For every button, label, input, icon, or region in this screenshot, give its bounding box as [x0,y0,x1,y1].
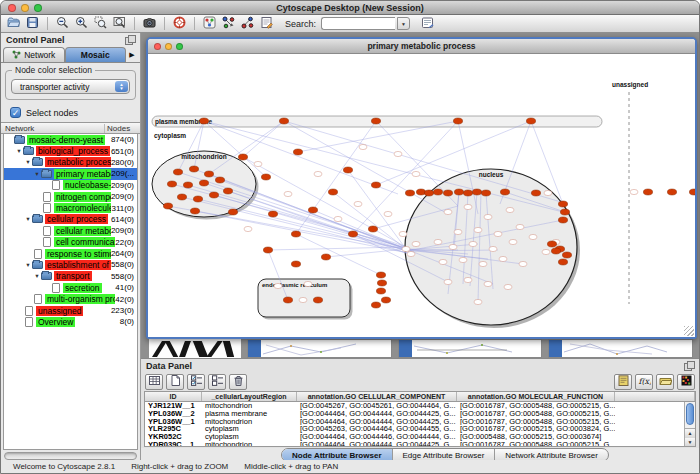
select-nodes-checkbox[interactable] [10,107,21,118]
table-row[interactable]: YPL036W__2plasma membrane[GO:0044464, GO… [145,410,695,418]
zoom-button[interactable] [176,43,183,50]
table-cell[interactable]: cytoplasm [202,425,297,433]
node-color-dropdown[interactable]: transporter activity ▲▼ [11,79,130,94]
table-cell[interactable]: [GO:0016787, GO:0005488, GO:0005215, G..… [457,441,615,447]
save-button[interactable] [24,16,41,32]
table-cell[interactable]: YJR121W__1 [145,402,202,410]
tree-row[interactable]: nitrogen compo209(0) [4,191,137,202]
table-cell[interactable]: cytoplasm [202,433,297,441]
table-row[interactable]: YPL036W__1mitochondrion[GO:0044464, GO:0… [145,418,695,426]
tree-column-network[interactable]: Network [1,124,104,133]
table-column-header[interactable]: annotation.GO CELLULAR_COMPONENT [297,392,457,401]
zoom-out-button[interactable] [54,16,71,32]
network-window-titlebar[interactable]: primary metabolic process [148,39,695,54]
disclosure-triangle-icon[interactable]: ▼ [15,148,23,154]
table-cell[interactable]: plasma membrane [202,410,297,418]
background-windows[interactable] [149,339,693,358]
tree-row[interactable]: ▼transport558(0) [4,271,137,282]
table-cell[interactable]: [GO:0044464, GO:0044446, GO:0044444, G..… [297,433,457,441]
close-button[interactable] [8,4,16,12]
background-window[interactable] [398,339,543,358]
minimize-button[interactable] [165,43,172,50]
table-cell[interactable]: mitochondrion [202,441,297,447]
table-row[interactable]: YLR295Ccytoplasm[GO:0045263, GO:0044464,… [145,425,695,433]
attr-edit-button[interactable] [614,374,632,390]
tree-row[interactable]: macromolecule311(0) [4,202,137,213]
disclosure-triangle-icon[interactable]: ▼ [24,216,32,222]
table-row[interactable]: YDR039C__1mitochondrion[GO:0044464, GO:0… [145,441,695,447]
network-view-window[interactable]: primary metabolic process plasma membran… [146,37,697,339]
disclosure-triangle-icon[interactable]: ▼ [33,171,41,177]
table-cell[interactable]: [GO:0044464, GO:0044444, GO:0044425, G..… [297,441,457,447]
table-cell[interactable]: YDR039C__1 [145,441,202,447]
attr-table-button[interactable] [145,374,163,390]
attr-select-button[interactable] [187,374,205,390]
table-cell[interactable]: mitochondrion [202,402,297,410]
table-row[interactable]: YKR052Ccytoplasm[GO:0044464, GO:0044446,… [145,433,695,441]
close-button[interactable] [154,43,161,50]
annotation-b-button[interactable] [239,16,256,32]
tree-row[interactable]: ▼primary metabo209(... [4,168,137,179]
tree-row[interactable]: mosaic-demo-yeast874(0) [4,134,137,145]
float-panel-icon[interactable] [125,35,135,44]
tab-mosaic[interactable]: Mosaic [65,47,127,62]
app-titlebar[interactable]: Cytoscape Desktop (New Session) [1,1,699,15]
tree-row[interactable]: cell communicat22(0) [4,237,137,248]
table-cell[interactable]: [GO:0045267, GO:0045261, GO:0044464, G..… [297,402,457,410]
scroll-down-button[interactable]: ▼ [685,438,695,447]
background-window[interactable] [247,339,392,358]
disclosure-triangle-icon[interactable]: ▼ [24,262,32,268]
tree-column-nodes[interactable]: Nodes [104,124,140,133]
tree-row[interactable]: ▼biological_process651(0) [4,145,137,156]
table-cell[interactable]: [GO:0016787, GO:0005488, GO:0005215, G..… [457,418,615,426]
zoom-selected-button[interactable] [92,16,109,32]
vizmapper-button[interactable] [201,16,218,32]
panel-resize-bar[interactable] [4,452,137,460]
tree-row[interactable]: secretion41(0) [4,282,137,293]
attr-new-button[interactable] [166,374,184,390]
matrix-view-button[interactable] [677,374,695,390]
tree-row[interactable]: response to stimulu264(0) [4,248,137,259]
tree-row[interactable]: nucleobase-209(0) [4,180,137,191]
table-row[interactable]: YJR121W__1mitochondrion[GO:0045267, GO:0… [145,402,695,410]
form-button[interactable] [258,16,275,32]
attr-import-button[interactable] [656,374,674,390]
tree-row[interactable]: unassigned223(0) [4,305,137,316]
table-cell[interactable]: YPL036W__1 [145,418,202,426]
tree-row[interactable]: cellular metabo209(0) [4,225,137,236]
table-cell[interactable]: YLR295C [145,425,202,433]
tab-network[interactable]: Network [3,47,65,62]
attr-unselect-button[interactable] [208,374,226,390]
table-column-header[interactable]: annotation.GO MOLECULAR_FUNCTION [457,392,615,401]
tab-overflow-button[interactable]: ▶ [126,47,138,62]
tree-row[interactable]: multi-organism pro42(0) [4,293,137,304]
tree-row[interactable]: Overview8(0) [4,316,137,327]
zoom-button[interactable] [34,4,42,12]
table-cell[interactable]: [GO:0016787, GO:0005215, GO:0003824, G..… [457,425,615,433]
scroll-up-button[interactable]: ▲ [685,429,695,438]
search-dropdown-button[interactable]: ▼ [397,17,410,30]
zoom-in-button[interactable] [73,16,90,32]
network-canvas[interactable]: plasma membranecytoplasmmitochondrionnuc… [148,54,695,337]
table-cell[interactable]: [GO:0044464, GO:0044444, GO:0044425, G..… [297,410,457,418]
table-cell[interactable]: [GO:0044464, GO:0044444, GO:0044425, G..… [297,418,457,426]
table-cell[interactable]: [GO:0045263, GO:0044464, GO:0044455, G..… [297,425,457,433]
table-cell[interactable]: mitochondrion [202,418,297,426]
table-column-header[interactable]: _cellularLayoutRegion [202,392,297,401]
background-window[interactable] [548,339,693,358]
annotation-a-button[interactable] [220,16,237,32]
table-scrollbar[interactable]: ▲▼ [684,402,695,446]
scrollbar-thumb[interactable] [686,403,694,425]
search-input[interactable] [321,17,395,30]
table-cell[interactable]: YKR052C [145,433,202,441]
minimize-button[interactable] [21,4,29,12]
zoom-fit-button[interactable] [111,16,128,32]
tree-row[interactable]: ▼establishment of lo558(0) [4,259,137,270]
function-builder-button[interactable]: f(x) [635,374,653,390]
disclosure-triangle-icon[interactable]: ▼ [24,159,32,165]
table-cell[interactable]: [GO:0005488, GO:0005215, GO:0003674] [457,433,615,441]
table-cell[interactable]: YPL036W__2 [145,410,202,418]
attr-delete-button[interactable] [229,374,247,390]
help-button[interactable] [171,16,188,32]
disclosure-triangle-icon[interactable]: ▼ [33,273,41,279]
